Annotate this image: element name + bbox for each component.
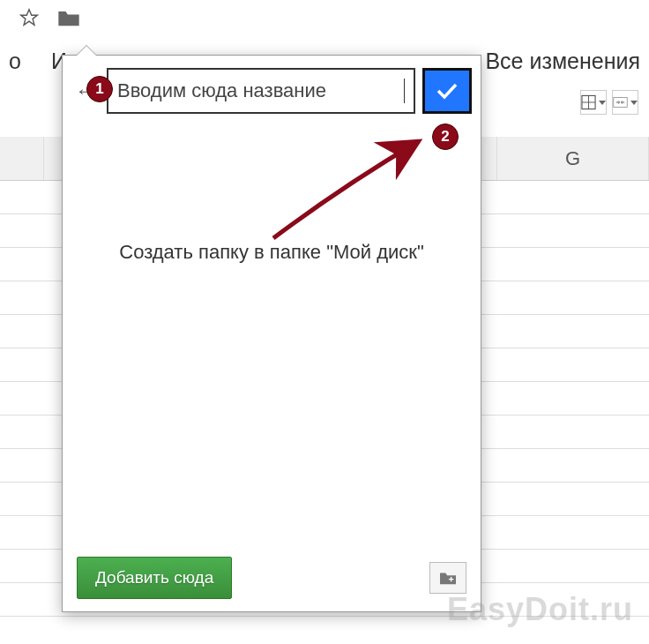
- menu-cut-left: о: [5, 43, 23, 79]
- annotation-badge-2: 2: [432, 124, 459, 150]
- watermark: EasyDoit.ru: [447, 591, 633, 628]
- column-header-g[interactable]: G: [497, 137, 649, 180]
- header-bar: [0, 0, 649, 39]
- svg-rect-6: [451, 577, 451, 581]
- move-to-popup: ← Вводим сюда название Создать папку в п…: [62, 55, 481, 612]
- menu-item-5[interactable]: Все изменения: [481, 43, 644, 79]
- folder-name-input[interactable]: Вводим сюда название: [107, 68, 415, 114]
- add-here-button[interactable]: Добавить сюда: [77, 557, 232, 599]
- text-cursor: [404, 79, 405, 103]
- popup-message: Создать папку в папке "Мой диск": [119, 241, 423, 264]
- confirm-button[interactable]: [422, 68, 472, 114]
- new-folder-icon: [437, 570, 459, 586]
- chevron-down-icon: [630, 101, 638, 105]
- annotation-badge-1: 1: [86, 76, 113, 102]
- input-value: Вводим сюда название: [117, 79, 403, 102]
- toolbar: [580, 90, 638, 115]
- new-folder-button[interactable]: [429, 562, 466, 594]
- star-icon[interactable]: [19, 8, 39, 31]
- checkmark-icon: [436, 82, 459, 100]
- folder-icon[interactable]: [56, 7, 81, 32]
- merge-button[interactable]: [612, 90, 638, 115]
- merge-icon: [613, 95, 628, 109]
- borders-icon: [581, 94, 596, 110]
- popup-header: ← Вводим сюда название: [63, 56, 481, 126]
- chevron-down-icon: [599, 101, 606, 105]
- popup-body: Создать папку в папке "Мой диск": [63, 126, 481, 544]
- svg-rect-4: [614, 98, 627, 108]
- borders-button[interactable]: [580, 90, 607, 115]
- svg-marker-0: [21, 10, 37, 25]
- popup-footer: Добавить сюда: [63, 544, 481, 611]
